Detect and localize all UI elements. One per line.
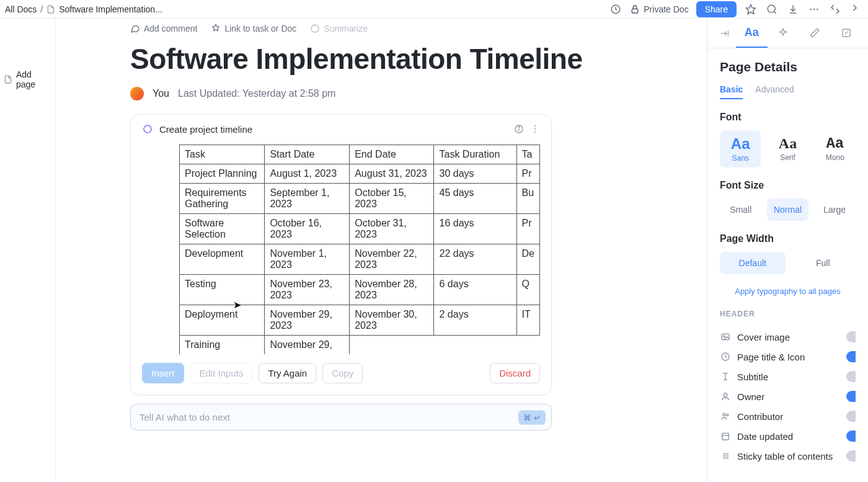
tab-ai[interactable] <box>768 19 799 48</box>
more-vertical-icon[interactable] <box>530 124 540 134</box>
search-icon[interactable] <box>765 2 779 16</box>
kbd-shortcut: ⌘ ↵ <box>518 410 546 424</box>
doc-actions: Add comment Link to task or Doc Summariz… <box>130 24 682 33</box>
svg-point-24 <box>723 413 725 416</box>
font-options: Aa Sans Aa Serif Aa Mono <box>720 130 856 167</box>
toggle-switch[interactable] <box>846 351 856 362</box>
subtab-advanced[interactable]: Advanced <box>755 84 794 99</box>
toggle-owner[interactable]: Owner <box>720 386 856 406</box>
avatar <box>130 87 144 100</box>
copy-button[interactable]: Copy <box>322 363 363 383</box>
summarize-action[interactable]: Summarize <box>310 24 368 33</box>
insert-button[interactable]: Insert <box>142 363 184 383</box>
font-sample-serif: Aa <box>769 135 805 152</box>
apply-typography-link[interactable]: Apply typography to all pages <box>720 287 856 296</box>
toggle-switch[interactable] <box>846 391 856 402</box>
toggle-switch[interactable] <box>846 411 856 422</box>
toggle-label: Date updated <box>737 431 793 442</box>
expand-icon[interactable] <box>849 2 863 16</box>
ai-card-header: Create project timeline <box>142 123 540 135</box>
tab-export[interactable] <box>830 19 862 48</box>
size-normal[interactable]: Normal <box>767 199 809 221</box>
tab-edit[interactable] <box>799 19 831 48</box>
star-icon[interactable] <box>744 2 758 16</box>
breadcrumb-separator: / <box>40 4 43 14</box>
svg-point-23 <box>724 393 727 396</box>
font-size-label: Font Size <box>720 180 856 191</box>
ai-prompt-input[interactable] <box>130 404 552 431</box>
sidebar-title: Page Details <box>720 60 856 74</box>
font-opt-mono[interactable]: Aa Mono <box>815 130 856 167</box>
toggle-label: Cover image <box>737 332 790 342</box>
font-opt-sans[interactable]: Aa Sans <box>720 130 761 167</box>
svg-point-14 <box>534 125 536 127</box>
toggle-date-updated[interactable]: Date updated <box>720 426 856 446</box>
page-title[interactable]: Software Implementation Timeline <box>130 42 682 76</box>
add-comment-action[interactable]: Add comment <box>130 24 197 33</box>
svg-line-4 <box>774 11 776 13</box>
add-page-button[interactable]: Add page <box>4 69 51 89</box>
doc-icon <box>46 5 55 14</box>
svg-point-6 <box>810 8 812 9</box>
svg-point-9 <box>311 25 319 32</box>
toggle-subtitle[interactable]: Subtitle <box>720 367 856 386</box>
users-icon <box>720 411 731 421</box>
size-small[interactable]: Small <box>720 199 762 221</box>
size-large[interactable]: Large <box>813 199 856 221</box>
svg-point-3 <box>768 5 775 12</box>
discard-button[interactable]: Discard <box>490 363 540 383</box>
info-icon[interactable] <box>514 124 524 134</box>
add-comment-label: Add comment <box>144 24 197 33</box>
toggle-switch[interactable] <box>846 331 856 342</box>
toggle-page-title[interactable]: Page title & Icon <box>720 347 856 367</box>
more-icon[interactable] <box>807 2 821 16</box>
svg-rect-1 <box>632 9 638 13</box>
sidebar-tabs: Aa <box>707 19 868 48</box>
download-icon[interactable] <box>786 2 800 16</box>
svg-point-25 <box>727 414 728 416</box>
text-icon <box>720 372 731 382</box>
toggle-contributor[interactable]: Contributor <box>720 406 856 426</box>
toggle-switch[interactable] <box>846 450 856 462</box>
sidebar-collapse-icon[interactable] <box>714 19 736 48</box>
font-name-sans: Sans <box>722 154 758 163</box>
width-default[interactable]: Default <box>720 252 786 274</box>
th-duration: Task Duration <box>434 145 516 164</box>
history-icon[interactable] <box>609 2 622 16</box>
topbar: All Docs / Software Implementation... Pr… <box>0 0 868 19</box>
breadcrumb-doc[interactable]: Software Implementation... <box>59 4 162 14</box>
collapse-icon[interactable] <box>828 2 842 16</box>
link-task-action[interactable]: Link to task or Doc <box>211 24 296 33</box>
breadcrumb-root[interactable]: All Docs <box>5 4 37 14</box>
ai-card: Create project timeline Task Start Date … <box>130 114 552 395</box>
font-sample-sans: Aa <box>722 135 758 153</box>
privacy-status[interactable]: Private Doc <box>630 4 688 14</box>
toggle-label: Page title & Icon <box>737 352 805 362</box>
toggle-switch[interactable] <box>846 371 856 382</box>
toggle-label: Subtitle <box>737 372 768 382</box>
add-page-label: Add page <box>16 69 51 89</box>
subtab-basic[interactable]: Basic <box>720 84 743 99</box>
breadcrumb: All Docs / Software Implementation... <box>5 4 162 14</box>
calendar-icon <box>720 431 731 441</box>
font-opt-serif[interactable]: Aa Serif <box>767 130 808 167</box>
tab-typography-label: Aa <box>745 26 759 39</box>
doc-author: You <box>153 88 169 99</box>
toggle-switch[interactable] <box>846 431 856 442</box>
edit-inputs-button[interactable]: Edit Inputs <box>190 363 253 383</box>
width-full[interactable]: Full <box>790 252 856 274</box>
svg-point-10 <box>144 125 151 133</box>
svg-point-13 <box>518 127 519 127</box>
ai-sparkle-icon <box>142 123 153 135</box>
image-icon <box>720 332 731 342</box>
tab-typography[interactable]: Aa <box>736 19 768 48</box>
ai-card-title: Create project timeline <box>159 124 252 135</box>
try-again-button[interactable]: Try Again <box>259 363 316 383</box>
ai-input-wrap: ⌘ ↵ <box>130 404 552 431</box>
share-button[interactable]: Share <box>696 1 737 17</box>
ai-button-row: Insert Edit Inputs Try Again Copy Discar… <box>142 363 540 383</box>
toggle-cover-image[interactable]: Cover image <box>720 327 856 347</box>
toggle-sticky-toc[interactable]: Sticky table of contents <box>720 446 856 466</box>
svg-rect-26 <box>722 433 729 440</box>
sidebar-subtabs: Basic Advanced <box>720 84 856 99</box>
